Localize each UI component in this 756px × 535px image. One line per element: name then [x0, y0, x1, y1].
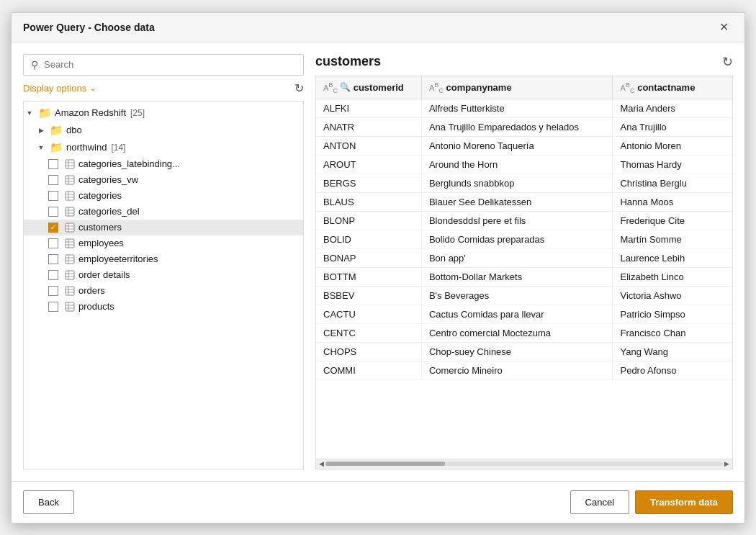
left-panel: ⚲ Display options ⌄ ↻ ▼ 📁 Amazon — [23, 54, 304, 469]
chevron-down-icon: ⌄ — [89, 83, 96, 93]
checkbox-orders[interactable] — [48, 286, 58, 296]
table-row: BLONPBlondesddsl pere et filsFrederique … — [316, 212, 732, 230]
cell-contactname-2: Antonio Moren — [613, 137, 732, 156]
checkbox-categories-latebinding[interactable] — [48, 159, 58, 169]
scroll-right-arrow[interactable]: ▶ — [724, 460, 729, 467]
checkbox-categories[interactable] — [48, 191, 58, 201]
table-icon-employeeterritories — [64, 253, 76, 265]
tree-label-dbo: dbo — [66, 125, 82, 135]
tree-item-employees[interactable]: employees — [24, 235, 303, 251]
checkbox-categories-del[interactable] — [48, 207, 58, 217]
cell-customerid-2: ANTON — [316, 137, 421, 156]
tree-item-employeeterritories[interactable]: employeeterritories — [24, 251, 303, 267]
cell-contactname-6: Frederique Cite — [613, 212, 732, 230]
tree-item-categories-latebinding[interactable]: categories_latebinding... — [24, 156, 303, 172]
cell-companyname-7: Bolido Comidas preparadas — [421, 230, 613, 249]
tree-item-orders[interactable]: orders — [24, 283, 303, 299]
tree-item-northwind[interactable]: ▼ 📁 northwind [14] — [24, 139, 303, 156]
dialog: Power Query - Choose data ✕ ⚲ Display op… — [11, 12, 745, 523]
tree-label-categories-del: categories_del — [78, 206, 140, 217]
close-button[interactable]: ✕ — [715, 20, 733, 35]
cell-customerid-1: ANATR — [316, 118, 421, 137]
tree-item-dbo[interactable]: ▶ 📁 dbo — [24, 122, 303, 139]
cell-contactname-13: Yang Wang — [613, 343, 732, 361]
table-row: BOLIDBolido Comidas preparadasMartín Som… — [316, 230, 732, 249]
cell-companyname-1: Ana Trujillo Emparedados y helados — [421, 118, 613, 137]
tree-count-northwind: [14] — [111, 143, 125, 153]
expand-icon-dbo: ▶ — [35, 125, 47, 136]
col-type-customerid: ABC 🔍 — [323, 81, 351, 94]
cell-companyname-2: Antonio Moreno Taquería — [421, 137, 613, 156]
footer: Back Cancel Transform data — [12, 481, 744, 523]
search-input[interactable] — [44, 59, 296, 70]
tree-item-products[interactable]: products — [24, 299, 303, 315]
col-type-companyname: ABC — [429, 81, 444, 94]
checkbox-employees[interactable] — [48, 238, 58, 248]
tree-item-customers[interactable]: ✓ customers — [24, 220, 303, 235]
cell-contactname-5: Hanna Moos — [613, 193, 732, 212]
left-refresh-button[interactable]: ↻ — [294, 81, 304, 95]
checkbox-products[interactable] — [48, 302, 58, 312]
tree-item-categories-vw[interactable]: categories_vw — [24, 172, 303, 188]
col-label-contactname: contactname — [637, 81, 695, 92]
cell-customerid-0: ALFKI — [316, 99, 421, 118]
tree-label-categories: categories — [78, 190, 122, 201]
display-options-button[interactable]: Display options ⌄ — [23, 83, 96, 94]
tree-item-order-details[interactable]: order details — [24, 267, 303, 283]
table-icon-categories — [64, 190, 76, 202]
dialog-title: Power Query - Choose data — [23, 22, 155, 33]
tree-container[interactable]: ▼ 📁 Amazon Redshift [25] ▶ 📁 dbo — [23, 101, 304, 469]
horizontal-scrollbar[interactable]: ◀ ▶ — [316, 459, 732, 469]
checkbox-customers[interactable]: ✓ — [48, 222, 58, 233]
tree-item-categories[interactable]: categories — [24, 188, 303, 204]
cell-contactname-0: Maria Anders — [613, 99, 732, 118]
table-row: ALFKIAlfreds FutterkisteMaria Anders — [316, 99, 732, 118]
tree-label-employeeterritories: employeeterritories — [78, 253, 158, 264]
table-row: AROUTAround the HornThomas Hardy — [316, 156, 732, 174]
cancel-button[interactable]: Cancel — [570, 490, 629, 514]
back-button[interactable]: Back — [23, 490, 74, 514]
title-bar: Power Query - Choose data ✕ — [12, 13, 744, 42]
table-refresh-button[interactable]: ↻ — [722, 54, 733, 70]
expand-icon-northwind: ▼ — [35, 142, 47, 153]
cell-contactname-8: Laurence Lebih — [613, 249, 732, 268]
checkbox-employeeterritories[interactable] — [48, 254, 58, 264]
table-row: BSBEVB's BeveragesVictoria Ashwo — [316, 287, 732, 305]
col-header-companyname: ABC companyname — [421, 76, 613, 99]
cell-companyname-6: Blondesddsl pere et fils — [421, 212, 613, 230]
tree-item-amazon-redshift[interactable]: ▼ 📁 Amazon Redshift [25] — [24, 104, 303, 122]
svg-rect-20 — [66, 239, 74, 248]
scroll-left-arrow[interactable]: ◀ — [319, 460, 324, 467]
cell-contactname-9: Elizabeth Linco — [613, 268, 732, 287]
table-scroll-area[interactable]: ABC 🔍 customerid ABC companyname — [316, 76, 732, 459]
col-header-contactname: ABC contactname — [613, 76, 732, 99]
tree-label-order-details: order details — [78, 269, 130, 280]
tree-label-amazon-redshift: Amazon Redshift — [55, 107, 126, 118]
checkbox-categories-vw[interactable] — [48, 175, 58, 185]
table-row: BOTTMBottom-Dollar MarketsElizabeth Linc… — [316, 268, 732, 287]
table-row: CENTCCentro comercial MoctezumaFrancisco… — [316, 324, 732, 343]
svg-rect-8 — [66, 192, 74, 200]
tree-scroll-area: ▼ 📁 Amazon Redshift [25] ▶ 📁 dbo — [24, 102, 303, 318]
transform-data-button[interactable]: Transform data — [635, 490, 733, 514]
abc-icon-companyname: ABC — [429, 81, 444, 94]
cell-customerid-14: COMMI — [316, 361, 421, 380]
checkbox-order-details[interactable] — [48, 270, 58, 280]
cell-companyname-3: Around the Horn — [421, 156, 613, 174]
tree-label-employees: employees — [78, 238, 124, 248]
tree-label-categories-latebinding: categories_latebinding... — [78, 158, 180, 169]
cell-customerid-5: BLAUS — [316, 193, 421, 212]
svg-rect-12 — [66, 207, 74, 216]
cell-companyname-4: Berglunds snabbkop — [421, 174, 613, 193]
h-scroll-thumb — [325, 462, 445, 466]
cell-companyname-12: Centro comercial Moctezuma — [421, 324, 613, 343]
cell-customerid-6: BLONP — [316, 212, 421, 230]
cell-customerid-8: BONAP — [316, 249, 421, 268]
table-row: BONAPBon app'Laurence Lebih — [316, 249, 732, 268]
tree-item-categories-del[interactable]: categories_del — [24, 204, 303, 220]
cell-companyname-0: Alfreds Futterkiste — [421, 99, 613, 118]
abc-icon-contactname: ABC — [620, 81, 634, 94]
table-icon-customers — [64, 222, 76, 233]
folder-icon-amazon-redshift: 📁 — [38, 107, 52, 120]
data-table-wrapper: ABC 🔍 customerid ABC companyname — [315, 76, 733, 469]
